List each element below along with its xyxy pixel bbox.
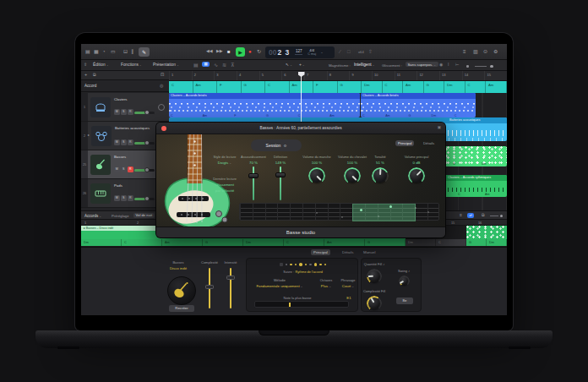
octaves-value[interactable]: Plus⌄ xyxy=(321,284,331,288)
play-button[interactable]: ▶ xyxy=(236,47,245,57)
chord-cell[interactable]: Am xyxy=(324,239,365,246)
record-button[interactable]: ● xyxy=(248,49,252,54)
flex-icon[interactable]: ≋ xyxy=(222,63,226,68)
chord-cell[interactable]: F xyxy=(313,81,338,93)
link-mode-icon[interactable]: ◉ xyxy=(439,63,443,67)
instrument-badge[interactable] xyxy=(167,276,196,305)
plugin-titlebar[interactable]: Basses : Années 60, partiellement assour… xyxy=(156,123,445,134)
chord-cell[interactable]: G xyxy=(365,239,406,246)
chord-cell[interactable]: Am xyxy=(403,81,424,93)
mixer-icon[interactable]: ▥ xyxy=(473,49,478,54)
complexity-slider[interactable] xyxy=(209,268,210,308)
chord-cell[interactable]: G xyxy=(203,239,243,246)
add-track-button[interactable]: + xyxy=(84,73,87,78)
solo-button[interactable]: S xyxy=(121,166,127,172)
pencil-tool-button[interactable]: ✎ xyxy=(139,47,150,57)
chord-cell[interactable]: F xyxy=(217,81,242,93)
lcd-display[interactable]: 00 2 3 127 4/4 C maj ⌄ xyxy=(265,46,335,58)
swing-knob[interactable] xyxy=(399,276,410,286)
pads-tile[interactable] xyxy=(90,183,111,204)
vzoom-slider[interactable] xyxy=(490,65,493,68)
chord-cell[interactable]: Dm xyxy=(362,81,383,93)
editor-catch-button[interactable]: ⇄ xyxy=(467,213,474,218)
view-tracks-button[interactable]: ▦ xyxy=(202,62,210,67)
quick-help-icon[interactable]: ▤ xyxy=(85,49,90,54)
tonalite-knob[interactable] xyxy=(372,167,389,184)
chord-cell[interactable]: Dm xyxy=(487,239,507,246)
menu-edition[interactable]: Édition⌄ xyxy=(93,63,109,67)
bar-ruler[interactable]: 123456789101112131415 xyxy=(169,71,507,81)
chord-cell[interactable]: Am xyxy=(486,81,507,93)
phrasage-value[interactable]: Court⌄ xyxy=(342,284,354,288)
editor-accords-menu[interactable]: Accords⌄ xyxy=(84,214,101,218)
record-enable-button[interactable]: R xyxy=(128,195,133,201)
chord-cell[interactable]: G xyxy=(242,81,266,93)
tab-principal[interactable]: Principal xyxy=(311,249,330,255)
batteries-tile[interactable] xyxy=(91,126,112,146)
fill-amount-knob[interactable] xyxy=(367,269,382,284)
mute-button[interactable]: M xyxy=(114,195,120,201)
chord-cell[interactable]: Am xyxy=(162,239,203,246)
command-tool-menu[interactable]: +⌄ xyxy=(299,63,305,67)
instrument-style-value[interactable]: Disco indé xyxy=(170,266,187,270)
pointer-tool-menu[interactable]: ↖⌄ xyxy=(286,63,292,67)
gear-icon[interactable]: ⚙ xyxy=(283,144,286,148)
global-track-accord[interactable]: Accord ◎ xyxy=(81,80,169,92)
duplicate-track-button[interactable]: ⧉ xyxy=(93,73,96,77)
volume-slider[interactable] xyxy=(134,112,155,114)
volume-knob[interactable] xyxy=(144,110,150,115)
record-enable-button[interactable]: R xyxy=(128,166,133,172)
preset-value[interactable]: Vol de nuit xyxy=(133,213,155,218)
marquee-icon[interactable]: Ⅰ xyxy=(448,63,449,67)
track-row-claviers[interactable]: 1 Claviers M S R xyxy=(81,93,169,122)
menu-fonctions[interactable]: Fonctions⌄ xyxy=(121,63,142,67)
hzoom-slider[interactable] xyxy=(475,66,487,67)
tools-icon[interactable]: ⊡ xyxy=(123,49,128,54)
tuner-icon[interactable]: ∕ xyxy=(340,49,340,54)
lowest-note-slider[interactable] xyxy=(254,301,349,308)
solo-button[interactable]: S xyxy=(121,195,127,201)
claviers-tile[interactable] xyxy=(90,97,111,117)
controllers-icon[interactable]: ⚙ xyxy=(493,49,498,54)
plugin-tab-principal[interactable]: Principal xyxy=(395,140,414,146)
list-editors-icon[interactable]: ≡ xyxy=(463,49,466,54)
mute-button[interactable]: M xyxy=(114,139,120,145)
definition-handle[interactable] xyxy=(275,172,286,177)
chord-cell[interactable]: Dm xyxy=(81,239,122,246)
editor-zoom-slider[interactable] xyxy=(490,216,498,216)
chord-cell[interactable]: G xyxy=(424,81,445,93)
volume-knob[interactable] xyxy=(144,140,150,145)
chord-cell[interactable]: C xyxy=(436,239,466,246)
hide-toolbar-icon[interactable]: ⇧ xyxy=(84,63,87,67)
mute-button[interactable]: M xyxy=(114,166,120,172)
editor-list-icon[interactable]: ≡ xyxy=(460,213,462,217)
solo-button[interactable]: S xyxy=(121,109,127,115)
magnetisme-value[interactable]: Intelligent⌄ xyxy=(354,63,374,67)
basses-tile[interactable] xyxy=(90,155,111,175)
autozoom-icon[interactable]: ⊢ xyxy=(455,63,459,67)
accord-power-icon[interactable]: ◎ xyxy=(160,84,163,88)
style-value[interactable]: Doigts⌄ xyxy=(218,161,231,165)
inspector-icon[interactable]: ▦ xyxy=(94,49,99,54)
eighth-button[interactable]: 8e xyxy=(396,297,413,304)
region-claviers-a[interactable]: Claviers – Accords brisés CAmFGCAm xyxy=(169,93,360,117)
assourdissement-slider[interactable] xyxy=(253,166,254,200)
tab-manuel[interactable]: Manuel xyxy=(361,249,378,255)
intensity-slider[interactable] xyxy=(230,268,231,308)
plugin-window[interactable]: Basses : Années 60, partiellement assour… xyxy=(156,123,445,237)
share-icon[interactable]: ⇧ xyxy=(368,49,373,54)
fill-complexity-knob[interactable] xyxy=(367,296,382,311)
automation-icon[interactable]: ∿ xyxy=(214,63,218,68)
complexity-handle[interactable] xyxy=(205,285,214,289)
volume-slider[interactable] xyxy=(134,198,155,200)
preset-selector[interactable]: Session ⚙ xyxy=(251,139,302,151)
volume-knob[interactable] xyxy=(144,167,150,172)
recreate-button[interactable]: Recréer xyxy=(169,305,194,312)
volume-slider[interactable] xyxy=(134,169,155,172)
pattern-dots[interactable] xyxy=(247,263,359,266)
solo-button[interactable]: S xyxy=(121,139,127,145)
pattern-badge[interactable] xyxy=(280,263,283,266)
record-enable-button[interactable]: R xyxy=(128,139,133,145)
mute-button[interactable]: M xyxy=(114,109,120,115)
suivre-row[interactable]: Suivre : Rythme de l'accord xyxy=(247,269,359,274)
